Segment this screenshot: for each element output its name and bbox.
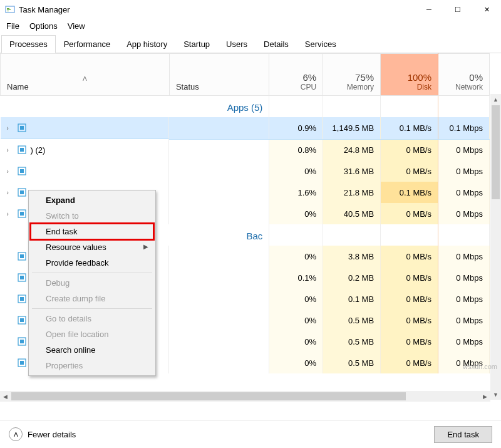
scroll-down-icon[interactable]: ▼ [490,389,501,400]
cell-memory: 0.5 MB [323,331,381,352]
menu-item-properties: Properties [31,358,153,373]
header-status-label: Status [176,82,199,91]
tab-startup[interactable]: Startup [175,35,218,53]
scroll-up-icon[interactable]: ▲ [490,94,501,105]
header-name[interactable]: ᐱ Name [1,54,170,96]
process-name: ) (2) [31,145,46,155]
expand-chevron-icon[interactable]: › [7,211,13,217]
menu-options[interactable]: Options [29,21,58,31]
menu-item-create-dump-file: Create dump file [31,291,153,306]
expand-chevron-icon[interactable]: › [7,189,13,196]
menu-view[interactable]: View [68,21,85,31]
cell-status [169,203,269,224]
cell-cpu: 0% [269,352,323,373]
cell [381,224,438,246]
header-memory[interactable]: 75% Memory [323,54,381,96]
cell-network: 0 Mbps [438,288,490,310]
header-cpu[interactable]: 6% CPU [269,54,323,96]
cell-network: 0 Mbps [438,331,490,352]
cell-cpu: 0% [269,331,323,352]
fewer-details-toggle[interactable]: ᐱ Fewer details [9,427,76,441]
scroll-left-icon[interactable]: ◀ [0,391,11,402]
svg-rect-1 [7,8,9,9]
tab-performance[interactable]: Performance [56,35,118,53]
tab-users[interactable]: Users [218,35,256,53]
cell-cpu: 0% [269,288,323,310]
close-button[interactable]: ✕ [472,0,501,19]
menu-separator [32,273,152,273]
process-icon [17,294,27,304]
svg-rect-11 [20,190,24,194]
cell [381,96,438,118]
menu-item-provide-feedback[interactable]: Provide feedback [31,255,153,271]
tab-processes[interactable]: Processes [1,35,56,53]
header-cpu-label: CPU [276,83,316,91]
app-icon [5,4,15,14]
cell-cpu: 1.6% [269,182,323,203]
tab-bar: Processes Performance App history Startu… [0,34,501,53]
menu-item-switch-to: Switch to [31,208,153,224]
cell [269,224,323,246]
table-row[interactable]: ›) (2)0.8%24.8 MB0 MB/s0 Mbps [1,139,490,160]
menu-file[interactable]: File [6,21,19,31]
cell-name: ›) (2) [1,139,170,160]
expand-chevron-icon[interactable]: › [7,168,13,175]
cell-disk: 0.1 MB/s [381,182,438,203]
menu-item-resource-values[interactable]: Resource values▶ [31,239,153,255]
cell-memory: 21.8 MB [323,182,381,203]
header-name-label: Name [7,82,29,91]
tab-app-history[interactable]: App history [118,35,175,53]
fewer-details-label: Fewer details [28,430,76,439]
menu-item-go-to-details: Go to details [31,311,153,326]
process-icon [17,358,27,368]
expand-chevron-icon[interactable]: › [7,147,13,154]
header-disk[interactable]: 100% Disk [381,54,438,96]
maximize-button[interactable]: ☐ [443,0,472,19]
header-network[interactable]: 0% Network [438,54,490,96]
cell-status [169,288,269,310]
window-title: Task Manager [19,5,70,14]
cell-network: 0 Mbps [438,310,490,331]
cell-cpu: 0.8% [269,139,323,160]
cell [323,224,381,246]
cell-status [169,139,269,160]
process-icon [17,315,27,325]
title-bar: Task Manager ─ ☐ ✕ [0,0,501,19]
minimize-button[interactable]: ─ [415,0,443,19]
expand-chevron-icon[interactable]: › [7,125,13,132]
cell-disk: 0 MB/s [381,246,438,267]
tab-services[interactable]: Services [297,35,344,53]
cell-status [169,331,269,352]
header-disk-value: 100% [387,72,431,83]
svg-rect-15 [20,254,24,258]
submenu-arrow-icon: ▶ [143,243,148,250]
horizontal-scrollbar[interactable]: ◀ ▶ [0,391,490,402]
cell-cpu: 0.9% [269,117,323,139]
menu-item-expand[interactable]: Expand [31,192,153,208]
scroll-right-icon[interactable]: ▶ [480,391,490,402]
cell-cpu: 0.1% [269,267,323,288]
header-memory-label: Memory [329,83,374,91]
svg-rect-17 [20,276,24,279]
cell-network: 0 Mbps [438,160,490,182]
cell-status [169,267,269,288]
menu-item-end-task[interactable]: End task [31,224,153,239]
cell-name: › [1,117,170,139]
table-row[interactable]: ›0.9%1,149.5 MB0.1 MB/s0.1 Mbps [1,117,490,139]
tab-details[interactable]: Details [256,35,297,53]
cell-status [169,182,269,203]
scroll-thumb-h[interactable] [11,392,406,400]
end-task-button[interactable]: End task [434,426,492,443]
cell-disk: 0 MB/s [381,310,438,331]
header-network-label: Network [445,83,483,91]
vertical-scrollbar[interactable]: ▲ ▼ [490,94,501,400]
menu-separator [32,308,152,309]
header-status[interactable]: Status [169,54,269,96]
cell-memory: 24.8 MB [323,139,381,160]
cell-memory: 0.5 MB [323,352,381,373]
menu-item-search-online[interactable]: Search online [31,342,153,358]
svg-rect-3 [7,11,9,11]
table-row[interactable]: ›0%31.6 MB0 MB/s0 Mbps [1,160,490,182]
scroll-thumb-v[interactable] [492,105,500,199]
svg-rect-23 [20,340,24,343]
